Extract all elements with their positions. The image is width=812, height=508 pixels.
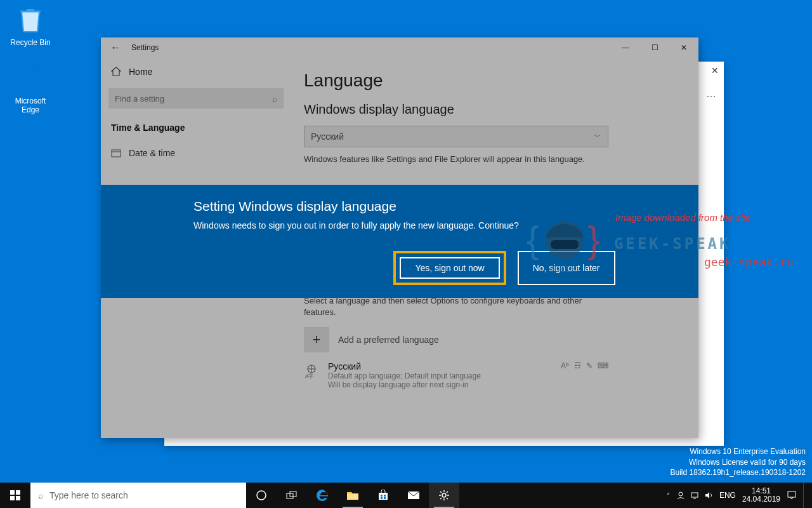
cortana-icon [256, 490, 267, 501]
windows-logo-icon [10, 490, 20, 500]
svg-text:A字: A字 [305, 373, 313, 379]
dialog-title: Setting Windows display language [193, 199, 606, 214]
store-icon [377, 490, 389, 501]
cortana-button[interactable] [246, 483, 277, 508]
keyboard-icon: ⌨ [598, 361, 608, 370]
window-title: Settings [131, 43, 159, 52]
svg-point-23 [679, 492, 683, 496]
plus-icon: + [304, 327, 329, 352]
add-language-label: Add a preferred language [338, 335, 439, 345]
folder-icon [346, 490, 359, 500]
search-placeholder: Type here to search [49, 490, 128, 500]
more-icon[interactable]: … [706, 88, 717, 100]
task-view-icon [286, 491, 298, 500]
taskbar-search[interactable]: ⌕ Type here to search [30, 483, 246, 508]
sidebar-item-label: Home [129, 67, 152, 77]
language-subtext: Default app language; Default input lang… [328, 371, 481, 380]
add-language-button[interactable]: + Add a preferred language [304, 327, 608, 352]
search-icon: ⌕ [272, 94, 277, 104]
svg-rect-17 [381, 495, 383, 497]
svg-rect-0 [112, 150, 121, 157]
speech-icon: ☶ [574, 361, 581, 370]
taskbar-app-explorer[interactable] [337, 483, 368, 508]
svg-rect-24 [691, 493, 698, 497]
taskbar: ⌕ Type here to search ˄ ENG 14:51 24.04.… [0, 483, 812, 508]
input-language-indicator[interactable]: ENG [719, 491, 736, 500]
taskbar-app-store[interactable] [368, 483, 398, 508]
titlebar: ← Settings ― ☐ ✕ [101, 37, 698, 58]
svg-point-12 [257, 491, 266, 500]
sidebar-item-home[interactable]: Home [101, 58, 291, 86]
taskbar-clock[interactable]: 14:51 24.04.2019 [742, 487, 780, 504]
taskbar-app-edge[interactable] [307, 483, 337, 508]
calendar-icon [111, 148, 121, 158]
yes-sign-out-button[interactable]: Yes, sign out now [400, 257, 499, 279]
section-title: Windows display language [304, 102, 673, 117]
search-placeholder: Find a setting [115, 94, 164, 104]
watermark-line: Windows 10 Enterprise Evaluation [670, 446, 806, 457]
display-language-dropdown[interactable]: Русский ﹀ [304, 126, 608, 147]
desktop-icon-label: Recycle Bin [10, 38, 50, 47]
tray-overflow-button[interactable]: ˄ [667, 492, 670, 499]
signout-dialog: Setting Windows display language Windows… [101, 185, 698, 298]
volume-icon[interactable] [704, 491, 713, 500]
gear-icon [438, 490, 450, 501]
network-icon[interactable] [690, 491, 699, 500]
language-icon: A字 [304, 361, 319, 382]
svg-rect-10 [10, 496, 15, 500]
watermark-line: Build 18362.19h1_release.190318-1202 [670, 467, 806, 478]
mail-icon [407, 491, 420, 500]
home-icon [111, 67, 121, 77]
no-sign-out-later-button[interactable]: No, sign out later [518, 251, 615, 285]
desktop-icon-edge[interactable]: Microsoft Edge [6, 64, 55, 114]
notifications-icon[interactable] [787, 490, 797, 500]
start-button[interactable] [0, 483, 30, 508]
desktop-icon-label: Microsoft Edge [15, 97, 46, 114]
svg-rect-20 [384, 497, 386, 499]
language-feature-badges: Aᵇ ☶ ✎ ⌨ [561, 361, 608, 370]
watermark-line: Windows License valid for 90 days [670, 457, 806, 467]
watermark-note: Image downloaded from the site [615, 212, 750, 223]
handwriting-icon: ✎ [586, 361, 593, 370]
sidebar-item-label: Date & time [129, 148, 175, 158]
people-icon[interactable] [676, 491, 685, 500]
search-icon: ⌕ [38, 490, 43, 500]
svg-rect-25 [788, 491, 796, 497]
edge-icon [316, 489, 329, 502]
taskbar-app-settings[interactable] [429, 483, 459, 508]
task-view-button[interactable] [277, 483, 307, 508]
svg-point-22 [442, 493, 446, 497]
svg-rect-9 [16, 490, 20, 495]
edge-icon [15, 64, 46, 94]
back-button[interactable]: ← [101, 42, 130, 53]
sidebar-category: Time & Language [101, 116, 291, 139]
desktop-icon-recycle-bin[interactable]: Recycle Bin [6, 5, 55, 47]
sidebar-search[interactable]: Find a setting ⌕ [108, 88, 284, 109]
maximize-button[interactable]: ☐ [640, 37, 669, 58]
svg-rect-11 [16, 496, 20, 500]
page-heading: Language [304, 70, 673, 91]
recycle-bin-icon [15, 5, 46, 36]
show-desktop-button[interactable] [803, 483, 807, 508]
svg-rect-19 [381, 497, 383, 499]
section-note: Windows features like Settings and File … [304, 154, 608, 165]
svg-rect-15 [347, 494, 358, 500]
dialog-body: Windows needs to sign you out in order t… [193, 220, 606, 231]
svg-rect-16 [379, 493, 388, 500]
sidebar-item-date-time[interactable]: Date & time [101, 139, 291, 167]
clock-date: 24.04.2019 [742, 495, 780, 504]
chevron-down-icon: ﹀ [594, 131, 601, 142]
language-entry[interactable]: A字 Русский Default app language; Default… [304, 361, 608, 389]
taskbar-app-mail[interactable] [398, 483, 429, 508]
close-icon[interactable]: ✕ [711, 65, 719, 76]
windows-build-watermark: Windows 10 Enterprise Evaluation Windows… [670, 446, 806, 478]
tts-icon: Aᵇ [561, 361, 569, 370]
minimize-button[interactable]: ― [611, 37, 640, 58]
svg-rect-8 [10, 490, 15, 495]
system-tray: ˄ ENG 14:51 24.04.2019 [667, 483, 812, 508]
language-subtext: Will be display language after next sign… [328, 380, 481, 389]
svg-rect-18 [384, 495, 386, 497]
annotation-highlight: Yes, sign out now [393, 251, 506, 285]
close-button[interactable]: ✕ [669, 37, 698, 58]
dropdown-value: Русский [311, 131, 344, 142]
